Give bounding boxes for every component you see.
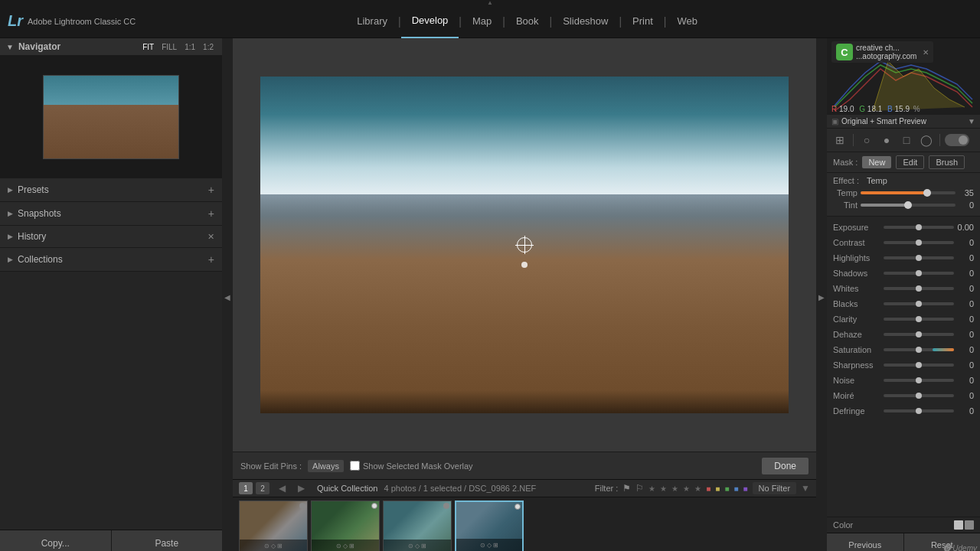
previous-button[interactable]: Previous — [827, 533, 904, 551]
show-mask-checkbox[interactable] — [350, 461, 360, 471]
creative-close-icon[interactable]: ✕ — [923, 48, 929, 57]
circle-fill-tool-icon[interactable]: ● — [878, 132, 895, 148]
grid-tool-icon[interactable]: ⊞ — [831, 132, 848, 148]
film-thumb-4[interactable]: ⊙ ◇ ⊞ — [455, 500, 524, 551]
navigator-toggle-icon: ▼ — [6, 43, 14, 51]
preview-label-row: ▣ Original + Smart Preview ▼ — [827, 115, 980, 129]
tool-row: ⊞ ○ ● □ ◯ — [827, 129, 980, 152]
right-panel: C creative ch... ...aotography.com ✕ R — [827, 38, 980, 551]
mask-edit-button[interactable]: Edit — [896, 155, 924, 169]
zoom-1-2[interactable]: 1:2 — [201, 43, 216, 51]
snapshots-header[interactable]: ▶ Snapshots + — [0, 202, 222, 225]
right-panel-collapse[interactable]: ▶ — [816, 38, 827, 551]
effect-type-row: Effect : Temp — [833, 176, 974, 185]
mask-new-button[interactable]: New — [862, 156, 891, 168]
creative-sub: ...aotography.com — [856, 52, 916, 60]
nav-book[interactable]: Book — [505, 5, 550, 38]
history-header[interactable]: ▶ History ✕ — [0, 226, 222, 247]
sharpness-slider[interactable] — [884, 364, 954, 367]
color-filter-red[interactable]: ■ — [706, 484, 710, 493]
collections-add-icon[interactable]: + — [208, 253, 214, 266]
circle-tool-icon[interactable]: ○ — [858, 132, 875, 148]
navigator-preview — [0, 56, 222, 178]
color-swatches — [954, 520, 974, 530]
tint-slider[interactable] — [861, 204, 956, 207]
color-filter-purple[interactable]: ■ — [743, 484, 748, 493]
copy-button[interactable]: Copy... — [0, 530, 112, 551]
navigator-header[interactable]: ▼ Navigator FIT FILL 1:1 1:2 — [0, 38, 222, 56]
color-swatch-grey[interactable] — [954, 520, 963, 530]
blacks-slider[interactable] — [884, 302, 954, 305]
star-5[interactable]: ★ — [694, 484, 701, 493]
shadows-slider[interactable] — [884, 272, 954, 275]
film-thumb-2[interactable]: ⊙ ◇ ⊞ — [311, 500, 380, 551]
paste-button[interactable]: Paste — [112, 530, 223, 551]
presets-add-icon[interactable]: + — [208, 184, 214, 196]
show-mask-checkbox-label[interactable]: Show Selected Mask Overlay — [350, 461, 473, 471]
noise-slider[interactable] — [884, 379, 954, 382]
rect-tool-icon[interactable]: □ — [898, 132, 915, 148]
nav-develop[interactable]: Develop — [401, 5, 459, 38]
color-filter-green[interactable]: ■ — [724, 484, 729, 493]
nav-library[interactable]: Library — [346, 5, 398, 38]
zoom-1-1[interactable]: 1:1 — [182, 43, 198, 51]
adj-shadows: Shadows 0 — [827, 266, 980, 281]
temp-slider[interactable] — [861, 191, 956, 194]
nav-web[interactable]: Web — [666, 5, 708, 38]
clarity-slider[interactable] — [884, 318, 954, 321]
star-1[interactable]: ★ — [648, 484, 655, 493]
zoom-fill[interactable]: FILL — [159, 43, 179, 51]
whites-slider[interactable] — [884, 287, 954, 290]
tool-toggle[interactable] — [945, 134, 969, 146]
temp-row: Temp 35 — [833, 188, 974, 197]
film-thumb-3[interactable]: ⊙ ◇ ⊞ — [383, 500, 452, 551]
moire-value: 0 — [957, 391, 974, 400]
color-filter-blue[interactable]: ■ — [733, 484, 738, 493]
history-close-icon[interactable]: ✕ — [207, 232, 214, 242]
presets-header[interactable]: ▶ Presets + — [0, 178, 222, 201]
done-button[interactable]: Done — [762, 458, 808, 474]
moire-knob — [916, 393, 922, 399]
filmstrip: 1 2 ◀ ▶ Quick Collection 4 photos / 1 se… — [233, 479, 816, 551]
snapshots-arrow-icon: ▶ — [8, 210, 13, 217]
image-area[interactable] — [233, 38, 816, 452]
star-2[interactable]: ★ — [660, 484, 667, 493]
page-2[interactable]: 2 — [256, 482, 270, 494]
saturation-label: Saturation — [833, 345, 880, 354]
mask-brush-button[interactable]: Brush — [929, 155, 965, 169]
nav-map[interactable]: Map — [462, 5, 502, 38]
filmstrip-prev-icon[interactable]: ◀ — [276, 483, 289, 494]
defringe-slider[interactable] — [884, 409, 954, 412]
clarity-knob — [916, 316, 922, 322]
blacks-value: 0 — [957, 299, 974, 308]
zoom-fit[interactable]: FIT — [140, 43, 156, 51]
exposure-slider[interactable] — [884, 226, 954, 229]
flag-icon[interactable]: ⚑ — [622, 483, 631, 494]
dehaze-slider[interactable] — [884, 333, 954, 336]
saturation-slider[interactable] — [884, 348, 954, 351]
filmstrip-next-icon[interactable]: ▶ — [295, 483, 308, 494]
page-1[interactable]: 1 — [239, 482, 253, 494]
mask-label: Mask : — [833, 158, 858, 167]
film-thumb-1[interactable]: ⊙ ◇ ⊞ — [239, 500, 308, 551]
highlights-slider[interactable] — [884, 256, 954, 259]
nav-slideshow[interactable]: Slideshow — [552, 5, 619, 38]
color-filter-yellow[interactable]: ■ — [715, 484, 720, 493]
moire-slider[interactable] — [884, 394, 954, 397]
no-filter-button[interactable]: No Filter — [753, 482, 797, 494]
adj-defringe: Defringe 0 — [827, 403, 980, 419]
left-panel-collapse[interactable]: ◀ — [222, 38, 233, 551]
contrast-slider[interactable] — [884, 241, 954, 244]
tool-sep-1 — [853, 134, 854, 146]
unflag-icon[interactable]: ⚐ — [635, 483, 644, 494]
collections-header[interactable]: ▶ Collections + — [0, 248, 222, 271]
star-3[interactable]: ★ — [671, 484, 678, 493]
star-4[interactable]: ★ — [683, 484, 690, 493]
filmstrip-settings-icon[interactable]: ▼ — [801, 483, 810, 494]
color-swatch-dark[interactable] — [965, 520, 974, 530]
defringe-label: Defringe — [833, 406, 880, 416]
oval-tool-icon[interactable]: ◯ — [918, 132, 935, 148]
snapshots-add-icon[interactable]: + — [208, 207, 214, 220]
nav-print[interactable]: Print — [622, 5, 664, 38]
always-button[interactable]: Always — [308, 460, 344, 472]
